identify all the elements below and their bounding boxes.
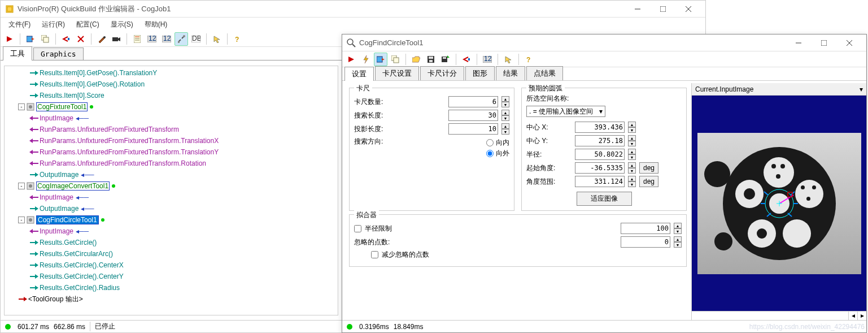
brush-icon[interactable]: [95, 32, 108, 46]
help-icon[interactable]: ?: [231, 32, 245, 46]
save-as-icon[interactable]: [439, 53, 452, 66]
save-icon[interactable]: [424, 53, 438, 66]
image-header[interactable]: Current.InputImage ▾: [692, 83, 866, 96]
tree-node[interactable]: Results.Item[0].Score: [5, 90, 338, 101]
tree-node[interactable]: <ToolGroup 输出>: [5, 293, 338, 305]
menu-show[interactable]: 显示(S): [106, 19, 138, 31]
spin-up-icon[interactable]: ▲: [628, 162, 636, 168]
tree-node[interactable]: -CogImageConvertTool1: [5, 180, 338, 192]
spin-up-icon[interactable]: ▲: [628, 122, 636, 127]
fit-image-button[interactable]: 适应图像: [577, 192, 632, 206]
radius-constraint-input[interactable]: [621, 223, 670, 234]
run-icon[interactable]: [3, 32, 16, 46]
radius-constraint-checkbox[interactable]: [354, 225, 361, 232]
image-viewport[interactable]: [692, 96, 866, 311]
note-icon[interactable]: [130, 32, 144, 46]
spin-up-icon[interactable]: ▲: [501, 96, 509, 102]
tool-minimize-button[interactable]: [786, 35, 811, 51]
radio-inward[interactable]: [486, 139, 494, 146]
tree-node[interactable]: -CogFindCircleTool1: [5, 214, 338, 226]
tree-node[interactable]: OutputImage◂──: [5, 203, 338, 214]
deg-button[interactable]: deg: [639, 162, 658, 174]
spin-down-icon[interactable]: ▼: [674, 242, 682, 248]
tools-icon[interactable]: [175, 32, 188, 46]
tree-node[interactable]: InputImage◂──: [5, 192, 338, 203]
tree-node[interactable]: Results.GetCircle().CenterX: [5, 260, 338, 271]
tree-node[interactable]: RunParams.UnfixturedFromFixturedTransfor…: [5, 124, 338, 135]
angle-span-input[interactable]: [575, 176, 625, 187]
tab-results[interactable]: 结果: [496, 66, 525, 80]
run-tool-icon[interactable]: [344, 53, 358, 66]
tree-node[interactable]: InputImage◂──: [5, 226, 338, 237]
tree-node[interactable]: Results.GetCircle().Radius: [5, 282, 338, 293]
tree-toggle[interactable]: -: [18, 103, 25, 110]
reduce-ignore-checkbox[interactable]: [371, 251, 378, 258]
copy-tool-icon[interactable]: [389, 53, 402, 66]
tab-point-results[interactable]: 点结果: [526, 66, 563, 80]
delete-icon[interactable]: [74, 32, 88, 46]
open-icon[interactable]: [409, 53, 423, 66]
camera-icon[interactable]: [110, 32, 123, 46]
counter-tool-icon[interactable]: 123: [481, 53, 494, 66]
tab-settings[interactable]: 设置: [344, 67, 374, 81]
menu-config[interactable]: 配置(C): [72, 19, 104, 31]
maximize-button[interactable]: [650, 1, 675, 17]
close-button[interactable]: [675, 1, 701, 17]
tree-node[interactable]: RunParams.UnfixturedFromFixturedTransfor…: [5, 135, 338, 146]
counter2-icon[interactable]: 123: [160, 32, 173, 46]
center-x-input[interactable]: [575, 122, 625, 133]
tree-node[interactable]: OutputImage◂──: [5, 169, 338, 180]
spin-up-icon[interactable]: ▲: [674, 236, 682, 242]
tool-maximize-button[interactable]: [811, 35, 836, 51]
spin-down-icon[interactable]: ▼: [628, 168, 636, 174]
tree-node[interactable]: Results.GetCircularArc(): [5, 248, 338, 260]
spin-down-icon[interactable]: ▼: [501, 115, 509, 121]
minimize-button[interactable]: [625, 1, 650, 17]
image-in-tool-icon[interactable]: [374, 53, 387, 66]
tree-node[interactable]: RunParams.UnfixturedFromFixturedTransfor…: [5, 146, 338, 158]
tree-node[interactable]: Results.Item[0].GetPose().Rotation: [5, 79, 338, 90]
tool-close-button[interactable]: [836, 35, 862, 51]
image-scrollbar[interactable]: ◂ ▸: [692, 311, 866, 320]
spin-down-icon[interactable]: ▼: [628, 127, 636, 133]
spin-up-icon[interactable]: ▲: [501, 123, 509, 129]
db-icon[interactable]: DB: [189, 32, 203, 46]
spin-down-icon[interactable]: ▼: [628, 154, 636, 160]
tree-node[interactable]: -CogFixtureTool1: [5, 101, 338, 113]
copy-icon[interactable]: [38, 32, 52, 46]
deg-button-2[interactable]: deg: [639, 176, 658, 187]
menu-file[interactable]: 文件(F): [4, 19, 35, 31]
search-len-input[interactable]: [448, 110, 498, 121]
tree-node[interactable]: Results.Item[0].GetPose().TranslationY: [5, 67, 338, 79]
undo-tool-icon[interactable]: [460, 53, 473, 66]
lightning-icon[interactable]: [359, 53, 373, 66]
ignore-points-input[interactable]: [621, 236, 670, 248]
help-tool-icon[interactable]: ?: [522, 53, 536, 66]
spin-up-icon[interactable]: ▲: [674, 223, 682, 228]
tab-tools[interactable]: 工具: [3, 46, 32, 60]
pointer-tool-icon[interactable]: [501, 53, 515, 66]
start-angle-input[interactable]: [575, 162, 625, 174]
tree-node[interactable]: RunParams.UnfixturedFromFixturedTransfor…: [5, 158, 338, 169]
spin-up-icon[interactable]: ▲: [628, 135, 636, 141]
scroll-right-icon[interactable]: ▸: [857, 312, 866, 320]
counter1-icon[interactable]: 123: [145, 32, 159, 46]
spin-down-icon[interactable]: ▼: [628, 181, 636, 187]
pointer-icon[interactable]: [210, 32, 224, 46]
radio-outward[interactable]: [486, 150, 494, 157]
menu-run[interactable]: 运行(R): [37, 19, 69, 31]
tab-graphics[interactable]: Graphics: [33, 47, 84, 60]
spin-down-icon[interactable]: ▼: [628, 141, 636, 146]
spin-up-icon[interactable]: ▲: [501, 110, 509, 115]
num-calipers-input[interactable]: [448, 96, 498, 107]
center-y-input[interactable]: [575, 135, 625, 146]
spin-down-icon[interactable]: ▼: [501, 102, 509, 107]
tree-node[interactable]: InputImage◂──: [5, 113, 338, 124]
scroll-left-icon[interactable]: ◂: [848, 312, 857, 320]
tab-caliper-score[interactable]: 卡尺计分: [420, 66, 464, 80]
radius-input[interactable]: [575, 149, 625, 160]
image-in-icon[interactable]: [24, 32, 37, 46]
spin-down-icon[interactable]: ▼: [674, 228, 682, 234]
tree-toggle[interactable]: -: [18, 183, 25, 189]
tab-caliper-settings[interactable]: 卡尺设置: [375, 66, 419, 80]
